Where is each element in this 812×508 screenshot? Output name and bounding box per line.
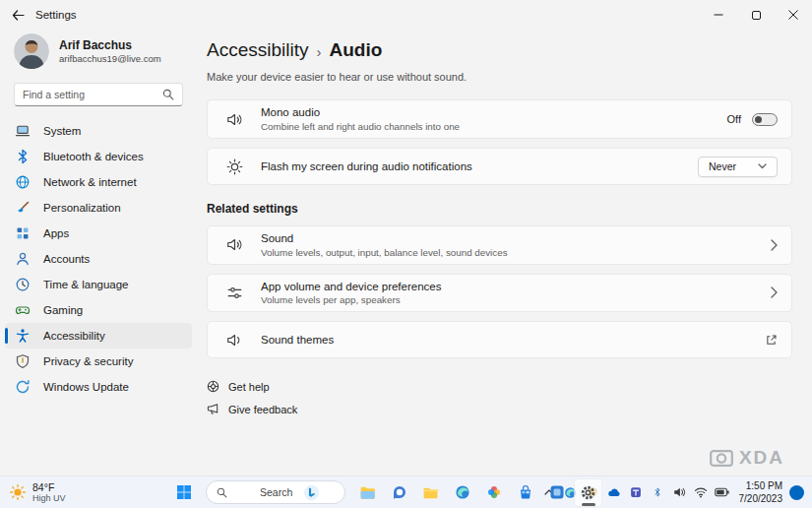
wifi-icon (694, 486, 708, 498)
mono-audio-toggle-label: Off (727, 113, 741, 125)
blue-app-icon (549, 484, 565, 500)
windows-logo-icon (176, 484, 192, 500)
taskbar-search[interactable]: Search (206, 480, 345, 504)
app-button[interactable] (542, 478, 571, 507)
sidebar: Arif Bacchus arifbacchus19@live.com Syst… (0, 30, 197, 476)
battery-icon (715, 487, 729, 497)
search-input[interactable] (23, 89, 162, 100)
sidebar-item-privacy-security[interactable]: Privacy & security (5, 349, 192, 374)
globe-icon (15, 174, 31, 190)
megaphone-icon (207, 403, 219, 415)
weather-condition: High UV (32, 493, 66, 503)
sidebar-item-personalization[interactable]: Personalization (5, 195, 192, 221)
sidebar-item-gaming[interactable]: Gaming (5, 297, 192, 323)
xda-logo-icon (710, 450, 733, 467)
sun-icon (9, 483, 27, 501)
avatar (14, 33, 49, 69)
titlebar: Settings (0, 0, 812, 30)
edge-button[interactable] (448, 478, 476, 507)
battery-button[interactable] (712, 479, 733, 505)
sound-themes-icon (225, 331, 245, 349)
user-profile[interactable]: Arif Bacchus arifbacchus19@live.com (0, 30, 197, 79)
give-feedback-link[interactable]: Give feedback (207, 403, 297, 415)
user-email: arifbacchus19@live.com (59, 53, 161, 64)
flash-screen-title: Flash my screen during audio notificatio… (261, 160, 698, 172)
bluetooth-tray-button[interactable] (647, 479, 668, 505)
weather-widget[interactable]: 84°F High UV (5, 479, 74, 505)
speaker-icon (225, 110, 245, 129)
mono-audio-card: Mono audio Combine left and right audio … (207, 99, 792, 139)
flash-screen-dropdown-value: Never (709, 160, 736, 172)
app-volume-title: App volume and device preferences (261, 281, 771, 292)
settings-button[interactable] (574, 478, 602, 507)
taskbar: 84°F High UV Search (0, 476, 812, 508)
app-volume-description: Volume levels per app, speakers (261, 294, 771, 305)
related-settings-heading: Related settings (207, 202, 792, 216)
notification-badge[interactable] (789, 485, 804, 500)
sound-themes-title: Sound themes (261, 334, 765, 346)
start-button[interactable] (169, 478, 198, 507)
sidebar-item-accounts[interactable]: Accounts (5, 246, 192, 272)
bluetooth-icon (15, 149, 31, 164)
chevron-down-icon (758, 163, 767, 169)
gear-icon (580, 484, 596, 501)
sidebar-item-time-language[interactable]: Time & language (5, 272, 192, 297)
get-help-link[interactable]: Get help (207, 380, 270, 393)
maximize-button[interactable] (737, 0, 775, 30)
file-explorer-icon (359, 484, 376, 501)
chevron-right-icon (771, 239, 778, 251)
sidebar-item-bluetooth-devices[interactable]: Bluetooth & devices (5, 144, 192, 169)
sidebar-item-network-internet[interactable]: Network & internet (5, 169, 192, 195)
volume-button[interactable] (668, 479, 690, 505)
store-button[interactable] (511, 478, 539, 507)
page-title: Audio (329, 39, 382, 61)
minimize-button[interactable] (700, 0, 737, 30)
accessibility-icon (15, 328, 31, 344)
photos-button[interactable] (479, 478, 508, 507)
back-arrow-icon (12, 10, 25, 21)
bluetooth-tray-icon (653, 486, 662, 498)
app-volume-link[interactable]: App volume and device preferences Volume… (207, 274, 792, 313)
xda-watermark-text: XDA (739, 447, 784, 469)
main-content: Accessibility › Audio Make your device e… (197, 30, 812, 476)
sidebar-item-accessibility[interactable]: Accessibility (5, 323, 192, 349)
mono-audio-toggle[interactable] (752, 113, 778, 126)
chat-button[interactable] (385, 478, 413, 507)
clock-time: 1:50 PM (739, 479, 783, 492)
page-subtitle: Make your device easier to hear or use w… (207, 71, 792, 83)
teams-tray-icon (630, 486, 642, 498)
search-icon (162, 89, 174, 100)
game-controller-icon (15, 302, 31, 318)
sidebar-nav: System Bluetooth & devices Network & int… (0, 118, 197, 400)
back-button[interactable] (0, 0, 35, 30)
flash-screen-dropdown[interactable]: Never (698, 157, 778, 177)
person-icon (15, 251, 31, 267)
wifi-button[interactable] (690, 479, 712, 505)
sidebar-item-apps[interactable]: Apps (5, 221, 192, 246)
toggle-knob (755, 116, 762, 123)
settings-search (14, 83, 183, 106)
sidebar-item-system[interactable]: System (5, 118, 192, 144)
sound-themes-link[interactable]: Sound themes (207, 321, 792, 358)
close-button[interactable] (775, 0, 812, 30)
update-arrows-icon (15, 379, 31, 395)
folder-button[interactable] (416, 478, 445, 507)
weather-temperature: 84°F (32, 481, 66, 493)
taskbar-search-label: Search (260, 486, 296, 498)
onedrive-cloud-icon (607, 487, 621, 497)
sidebar-item-windows-update[interactable]: Windows Update (5, 374, 192, 400)
sound-description: Volume levels, output, input, balance le… (261, 247, 771, 258)
onedrive-tray-button[interactable] (603, 479, 625, 505)
breadcrumb-accessibility[interactable]: Accessibility (207, 39, 308, 61)
teams-tray-button[interactable] (625, 479, 647, 505)
breadcrumb: Accessibility › Audio (207, 39, 792, 61)
flash-screen-card: Flash my screen during audio notificatio… (207, 148, 792, 185)
window-title: Settings (35, 9, 77, 21)
speaker-icon (225, 235, 245, 254)
sound-settings-link[interactable]: Sound Volume levels, output, input, bala… (207, 225, 792, 265)
breadcrumb-separator: › (316, 41, 321, 60)
flash-brightness-icon (225, 158, 245, 176)
user-name: Arif Bacchus (59, 38, 161, 52)
taskbar-clock[interactable]: 1:50 PM 7/20/2023 (739, 479, 783, 505)
file-explorer-button[interactable] (353, 478, 382, 507)
